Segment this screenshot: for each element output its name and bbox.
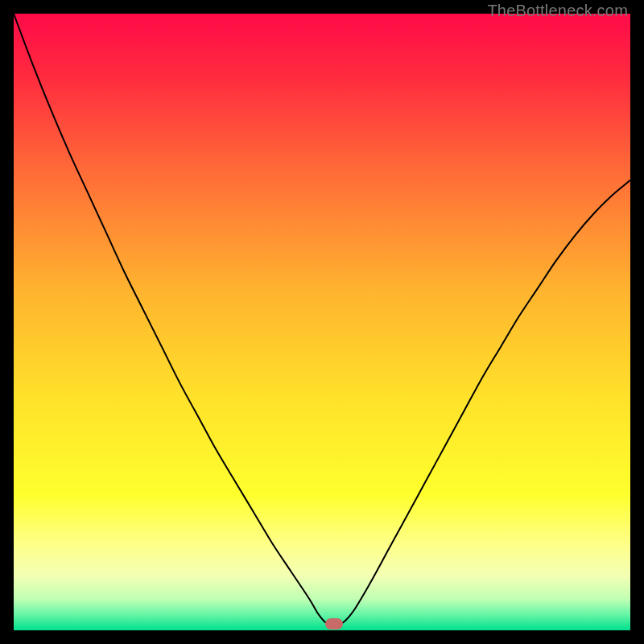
bottleneck-curve [14,14,630,625]
optimum-marker [325,618,343,630]
chart-line-layer [14,14,630,630]
plot-area [14,14,630,630]
watermark-text: TheBottleneck.com [487,2,628,20]
chart-container: TheBottleneck.com [0,0,644,644]
